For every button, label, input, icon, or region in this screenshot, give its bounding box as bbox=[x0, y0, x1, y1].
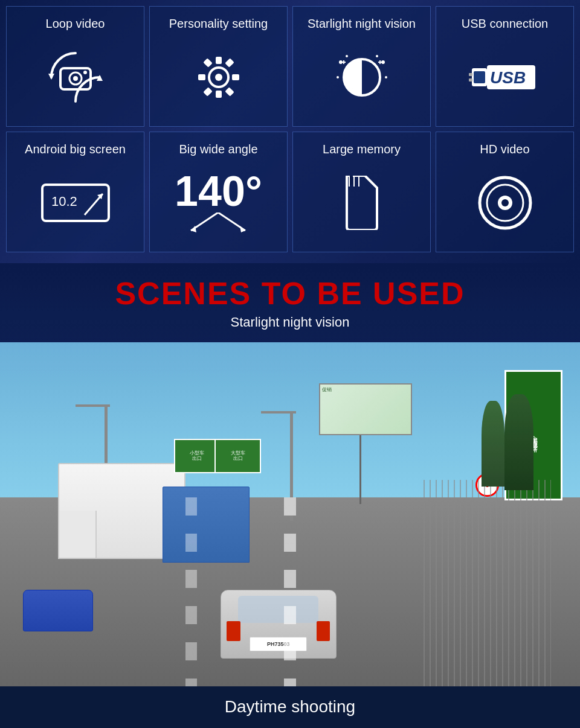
features-section: Loop video Per bbox=[0, 0, 580, 263]
feature-personality-setting: Personality setting bbox=[149, 6, 288, 127]
svg-rect-9 bbox=[216, 91, 222, 98]
feature-starlight: Starlight night vision bbox=[292, 6, 431, 127]
tail-light-right bbox=[317, 621, 330, 642]
svg-point-3 bbox=[83, 71, 87, 74]
usb-icon: USB bbox=[469, 56, 541, 98]
angle-icon-area: 140° bbox=[175, 163, 262, 243]
right-fence bbox=[424, 480, 551, 686]
feature-wide-angle-label: Big wide angle bbox=[179, 141, 257, 157]
starlight-icon-area bbox=[332, 37, 392, 117]
truck-cab bbox=[59, 511, 97, 558]
svg-rect-31 bbox=[469, 73, 472, 76]
svg-point-20 bbox=[376, 55, 378, 57]
screen-icon: 10.2 bbox=[39, 182, 112, 224]
sign-text-left: 小型车出口 bbox=[190, 450, 204, 462]
feature-usb: USB connection USB bbox=[436, 6, 574, 127]
svg-point-2 bbox=[73, 76, 78, 81]
billboard-pole bbox=[359, 435, 361, 504]
feature-wide-angle: Big wide angle 140° bbox=[149, 132, 288, 252]
features-row-1: Loop video Per bbox=[6, 6, 574, 127]
starlight-icon bbox=[332, 47, 392, 107]
sign-text-right: 大型车出口 bbox=[231, 450, 245, 462]
svg-rect-15 bbox=[203, 87, 213, 97]
sd-card-icon-area bbox=[341, 163, 383, 243]
bottom-caption-text: Daytime shooting bbox=[225, 697, 355, 716]
loop-video-icon bbox=[45, 47, 106, 107]
svg-rect-13 bbox=[203, 58, 213, 68]
lane-mark-center bbox=[284, 497, 295, 687]
silver-car: PH73503 bbox=[221, 590, 337, 659]
gear-icon-area bbox=[188, 37, 249, 117]
scenes-section: SCENES TO BE USED Starlight night vision bbox=[0, 263, 580, 342]
svg-point-7 bbox=[215, 74, 222, 81]
feature-android-screen: Android big screen 10.2 bbox=[6, 132, 144, 252]
feature-loop-video: Loop video bbox=[6, 6, 144, 127]
bottom-caption: Daytime shooting bbox=[0, 686, 580, 727]
feature-personality-label: Personality setting bbox=[169, 16, 268, 31]
angle-arrow-icon bbox=[188, 212, 248, 234]
feature-starlight-label: Starlight night vision bbox=[308, 16, 416, 31]
feature-loop-video-label: Loop video bbox=[46, 16, 105, 31]
svg-text:USB: USB bbox=[490, 68, 526, 87]
svg-rect-11 bbox=[198, 74, 205, 80]
svg-rect-10 bbox=[232, 74, 239, 80]
highway-sign-left: 小型车出口 bbox=[174, 439, 221, 473]
svg-point-22 bbox=[385, 76, 387, 78]
features-row-2: Android big screen 10.2 Big wide angle bbox=[6, 132, 574, 252]
hd-icon-area bbox=[475, 163, 535, 243]
feature-hd-video: HD video bbox=[436, 132, 574, 252]
scenes-subtitle: Starlight night vision bbox=[12, 315, 568, 330]
svg-point-48 bbox=[501, 199, 509, 206]
hd-video-icon bbox=[475, 173, 535, 233]
tail-light-left bbox=[227, 621, 240, 642]
road-scene: 小型车出口 大型车出口 促销 全文明示范驾驶公路 5 PH bbox=[0, 342, 580, 686]
feature-android-label: Android big screen bbox=[25, 141, 126, 157]
loop-video-icon-area bbox=[45, 37, 106, 117]
angle-value: 140° bbox=[175, 170, 262, 212]
feature-usb-label: USB connection bbox=[462, 16, 548, 31]
angle-display: 140° bbox=[175, 170, 262, 236]
svg-point-19 bbox=[346, 55, 348, 57]
blue-truck bbox=[163, 487, 250, 562]
car-license-plate: PH73503 bbox=[250, 637, 307, 652]
sd-card-icon bbox=[341, 176, 383, 230]
trees-area-2 bbox=[482, 401, 504, 487]
road-image: 小型车出口 大型车出口 促销 全文明示范驾驶公路 5 PH bbox=[0, 342, 580, 686]
svg-rect-8 bbox=[216, 57, 222, 64]
scenes-title: SCENES TO BE USED bbox=[12, 275, 568, 311]
blue-car bbox=[23, 590, 92, 631]
trees-area bbox=[504, 394, 533, 491]
svg-text:10.2: 10.2 bbox=[51, 194, 77, 209]
highway-sign-right: 大型车出口 bbox=[214, 439, 261, 473]
billboard-content: 促销 bbox=[320, 385, 411, 395]
feature-large-memory-label: Large memory bbox=[323, 141, 401, 157]
svg-rect-14 bbox=[225, 87, 234, 97]
svg-rect-32 bbox=[469, 78, 472, 81]
svg-marker-4 bbox=[48, 74, 54, 80]
feature-hd-label: HD video bbox=[480, 141, 529, 157]
svg-rect-12 bbox=[225, 58, 234, 68]
billboard: 促销 bbox=[319, 383, 412, 435]
street-light-arm-center bbox=[261, 411, 296, 413]
gear-icon bbox=[188, 47, 249, 107]
street-light-arm-left bbox=[76, 404, 111, 407]
svg-rect-28 bbox=[474, 71, 485, 83]
feature-large-memory: Large memory bbox=[292, 132, 431, 252]
screen-icon-area: 10.2 bbox=[39, 163, 112, 243]
lane-mark-left bbox=[185, 497, 197, 687]
svg-point-21 bbox=[337, 76, 339, 78]
usb-icon-area: USB bbox=[469, 37, 541, 117]
car-windshield bbox=[238, 596, 318, 623]
